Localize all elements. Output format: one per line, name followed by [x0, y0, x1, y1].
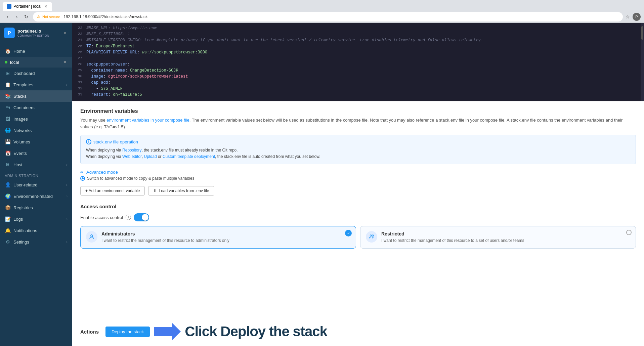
host-chevron-icon: ›: [66, 163, 68, 167]
address-bar[interactable]: ⚠ Not secure 192.168.1.18:9000/#/2/docke…: [33, 12, 623, 21]
page-body: Environment variables You may use enviro…: [72, 101, 644, 317]
code-line-31: 31 cap_add:: [72, 80, 644, 86]
sidebar-item-dashboard[interactable]: ⊞ Dashboard: [0, 68, 72, 79]
line-number: 24: [72, 38, 86, 42]
help-icon[interactable]: ?: [126, 215, 131, 220]
line-number: 26: [72, 50, 86, 54]
advanced-mode-row: ✏ Advanced mode: [80, 170, 636, 175]
forward-button[interactable]: ›: [13, 13, 21, 21]
administrators-option-desc: I want to restrict the management of thi…: [101, 238, 350, 244]
administrators-option-title: Administrators: [101, 231, 350, 236]
dashboard-icon: ⊞: [5, 70, 11, 76]
load-env-file-button[interactable]: ⬆ Load variables from .env file: [148, 186, 214, 196]
info-line-2: When deploying via Web editor, Upload or…: [86, 154, 630, 160]
sidebar-item-home[interactable]: 🏠 Home: [0, 45, 72, 57]
restricted-radio: [626, 230, 632, 235]
logo: P portainer.io COMMUNITY EDITION: [4, 28, 49, 38]
line-number: 33: [72, 92, 86, 96]
env-desc-link[interactable]: environment variables in your compose fi…: [106, 118, 189, 123]
switch-mode-row: Switch to advanced mode to copy & paste …: [80, 176, 636, 181]
line-number: 29: [72, 68, 86, 72]
stackenv-info-box: i stack.env file operation When deployin…: [80, 135, 636, 164]
sidebar-item-images[interactable]: 🖼 Images: [0, 113, 72, 125]
code-line-26: 26 PLAYWRIGHT_DRIVER_URL: ws://sockpuppe…: [72, 50, 644, 56]
restricted-icon: [366, 231, 377, 243]
back-button[interactable]: ‹: [3, 13, 11, 21]
line-number: 23: [72, 32, 86, 36]
advanced-mode-link[interactable]: Advanced mode: [86, 170, 118, 175]
profile-icon[interactable]: P: [633, 13, 641, 21]
endpoint-status-dot: [5, 61, 7, 63]
sidebar-navigation: 🏠 Home local ✕ ⊞ Dashboard 📋 Templates ›: [0, 43, 72, 346]
access-control-toggle[interactable]: [134, 213, 149, 221]
sidebar-item-label: Dashboard: [13, 71, 35, 76]
sidebar-item-label: Networks: [13, 128, 32, 133]
active-tab[interactable]: Portainer | local ✕: [3, 2, 52, 11]
sidebar-item-stacks[interactable]: 📚 Stacks: [0, 90, 72, 102]
sidebar-logo: P portainer.io COMMUNITY EDITION «: [0, 23, 72, 43]
access-options-grid: Administrators I want to restrict the ma…: [80, 226, 636, 249]
info-repository-link[interactable]: Repository: [122, 148, 141, 153]
sidebar-item-label: Logs: [13, 217, 23, 222]
containers-icon: 🗃: [5, 104, 11, 111]
sidebar-item-user-related[interactable]: 👤 User-related ›: [0, 179, 72, 190]
sidebar-item-containers[interactable]: 🗃 Containers: [0, 102, 72, 113]
actions-title: Actions: [80, 329, 99, 335]
events-icon: 📅: [5, 150, 11, 156]
info-line-1: When deploying via Repository, the stack…: [86, 147, 630, 154]
tab-favicon: [7, 4, 11, 9]
url-text: 192.168.1.18:9000/#/2/docker/stacks/news…: [63, 14, 147, 19]
sidebar-item-label: Environment-related: [13, 194, 53, 199]
line-content: [86, 56, 644, 61]
arrow-annotation-icon: [154, 323, 181, 340]
code-line-28: 28 sockpuppetbrowser:: [72, 62, 644, 68]
home-icon: 🏠: [5, 48, 11, 54]
sidebar-collapse-button[interactable]: «: [61, 30, 68, 36]
sidebar-item-notifications[interactable]: 🔔 Notifications: [0, 225, 72, 236]
sidebar-item-events[interactable]: 📅 Events: [0, 147, 72, 159]
volumes-icon: 💾: [5, 139, 11, 145]
sidebar-item-templates[interactable]: 📋 Templates ›: [0, 79, 72, 90]
info-web-editor-link[interactable]: Web editor: [122, 154, 142, 159]
sidebar-item-volumes[interactable]: 💾 Volumes: [0, 136, 72, 147]
sidebar-item-environment-related[interactable]: 🌍 Environment-related ›: [0, 190, 72, 202]
sidebar-item-registries[interactable]: 📦 Registries: [0, 202, 72, 213]
sidebar-item-networks[interactable]: 🌐 Networks: [0, 125, 72, 136]
logo-sub: COMMUNITY EDITION: [17, 34, 49, 37]
info-circle-icon: i: [86, 139, 91, 144]
code-line-27: 27: [72, 56, 644, 62]
line-content: sockpuppetbrowser:: [86, 62, 644, 67]
tab-close-button[interactable]: ✕: [43, 4, 48, 9]
line-content: TZ: Europe/Bucharest: [86, 44, 644, 49]
endpoint-bar[interactable]: local ✕: [0, 57, 72, 68]
sidebar-item-label: Settings: [13, 240, 29, 245]
scrollbar[interactable]: [641, 23, 644, 101]
administrators-icon: [86, 231, 97, 243]
svg-point-5: [370, 235, 372, 236]
access-control-section: Access control Enable access control ?: [80, 204, 636, 249]
info-custom-template-link[interactable]: Custom template deployment: [163, 154, 215, 159]
line-number: 32: [72, 86, 86, 90]
sidebar-item-logs[interactable]: 📝 Logs ›: [0, 213, 72, 225]
endpoint-close-button[interactable]: ✕: [62, 59, 68, 65]
stacks-icon: 📚: [5, 93, 11, 99]
refresh-button[interactable]: ↻: [22, 13, 30, 21]
access-enable-row: Enable access control ?: [80, 213, 636, 221]
code-line-23: 23 #USE_X_SETTINGS: 1: [72, 32, 644, 38]
bookmark-icon[interactable]: ☆: [626, 14, 630, 19]
enable-access-control-label: Enable access control: [80, 215, 123, 220]
sidebar-item-settings[interactable]: ⚙ Settings ›: [0, 236, 72, 248]
networks-icon: 🌐: [5, 127, 11, 133]
security-label: Not secure: [42, 15, 60, 19]
sidebar-item-host[interactable]: 🖥 Host ›: [0, 159, 72, 170]
code-editor: 22 #BASE_URL: https://mysite.com 23 #USE…: [72, 23, 644, 101]
administrators-option[interactable]: Administrators I want to restrict the ma…: [80, 226, 356, 249]
sidebar-item-label: Notifications: [13, 228, 37, 233]
info-line1-pre: When deploying via: [86, 148, 122, 153]
sidebar-item-label: Events: [13, 151, 27, 156]
restricted-option[interactable]: Restricted I want to restrict the manage…: [360, 226, 636, 249]
info-upload-link[interactable]: Upload: [144, 154, 157, 159]
add-env-variable-button[interactable]: + Add an environment variable: [80, 186, 145, 196]
code-line-25: 25 TZ: Europe/Bucharest: [72, 44, 644, 50]
deploy-stack-button[interactable]: Deploy the stack: [105, 327, 150, 337]
